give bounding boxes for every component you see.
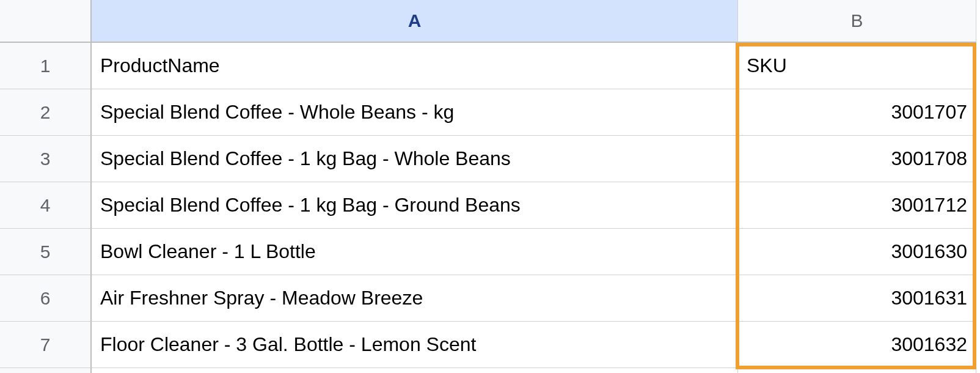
select-all-corner[interactable] xyxy=(0,0,92,43)
cell-b6[interactable]: 3001631 xyxy=(738,275,976,322)
row-header[interactable]: 1 xyxy=(0,43,92,89)
cell-a3[interactable]: Special Blend Coffee - 1 kg Bag - Whole … xyxy=(92,136,738,182)
row-header[interactable]: 4 xyxy=(0,182,92,229)
cell-b1[interactable]: SKU xyxy=(738,43,976,89)
spreadsheet-grid: A B 1 ProductName SKU 2 Special Blend Co… xyxy=(0,0,980,373)
row-header[interactable]: 3 xyxy=(0,136,92,182)
row-header[interactable]: 2 xyxy=(0,89,92,136)
cell-b3[interactable]: 3001708 xyxy=(738,136,976,182)
cell-a5[interactable]: Bowl Cleaner - 1 L Bottle xyxy=(92,229,738,275)
row-header-edge xyxy=(0,368,92,373)
column-header-a[interactable]: A xyxy=(92,0,738,43)
cell-b2[interactable]: 3001707 xyxy=(738,89,976,136)
column-header-b[interactable]: B xyxy=(738,0,976,43)
row-header[interactable]: 6 xyxy=(0,275,92,322)
cell-edge xyxy=(92,368,738,373)
cell-a7[interactable]: Floor Cleaner - 3 Gal. Bottle - Lemon Sc… xyxy=(92,322,738,368)
cell-a6[interactable]: Air Freshner Spray - Meadow Breeze xyxy=(92,275,738,322)
cell-b5[interactable]: 3001630 xyxy=(738,229,976,275)
cell-b4[interactable]: 3001712 xyxy=(738,182,976,229)
row-header[interactable]: 7 xyxy=(0,322,92,368)
cell-b7[interactable]: 3001632 xyxy=(738,322,976,368)
cell-edge xyxy=(738,368,976,373)
cell-a4[interactable]: Special Blend Coffee - 1 kg Bag - Ground… xyxy=(92,182,738,229)
row-header[interactable]: 5 xyxy=(0,229,92,275)
cell-a1[interactable]: ProductName xyxy=(92,43,738,89)
cell-a2[interactable]: Special Blend Coffee - Whole Beans - kg xyxy=(92,89,738,136)
